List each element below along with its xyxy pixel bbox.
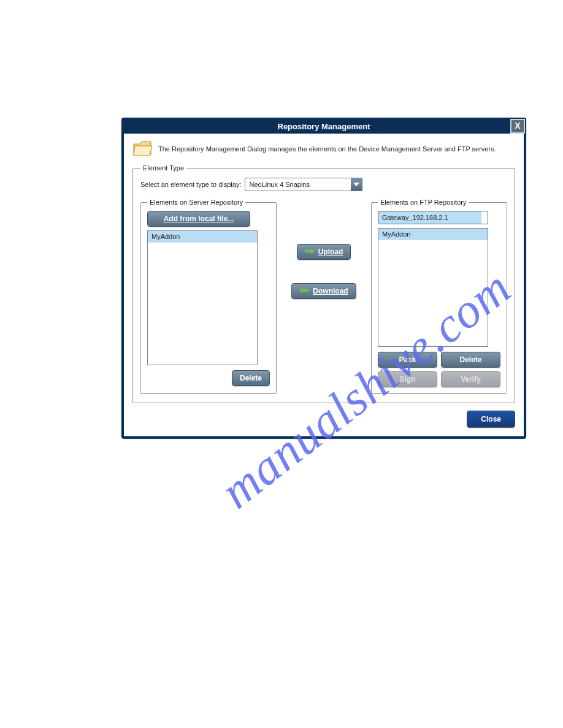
arrow-left-icon	[299, 287, 309, 295]
sign-button: Sign	[378, 371, 437, 387]
ftp-delete-label: Delete	[459, 355, 481, 364]
ftp-delete-button[interactable]: Delete	[441, 352, 500, 368]
arrow-right-icon	[305, 248, 315, 256]
intro-row: The Repository Management Dialog manages…	[132, 140, 515, 158]
ftp-repo-legend: Elements on FTP Repository	[378, 199, 469, 206]
download-label: Download	[313, 287, 348, 295]
dialog-body: The Repository Management Dialog manages…	[124, 134, 524, 436]
server-delete-label: Delete	[240, 374, 262, 382]
sign-label: Sign	[400, 375, 416, 384]
server-delete-button[interactable]: Delete	[232, 370, 270, 386]
server-repo-legend: Elements on Server Repository	[147, 199, 245, 206]
element-type-dropdown[interactable]: NeoLinux 4 Snapins	[245, 178, 362, 191]
chevron-down-icon[interactable]	[481, 216, 488, 219]
pack-button[interactable]: Pack	[378, 352, 437, 368]
gateway-value: Gateway_192.168.2.1	[378, 211, 481, 224]
element-type-label: Select an element type to display:	[140, 181, 241, 188]
add-from-local-button[interactable]: Add from local file...	[147, 211, 250, 227]
upload-label: Upload	[318, 248, 343, 256]
ftp-button-grid: Pack Delete Sign Verify	[378, 352, 500, 387]
ftp-repo-group: Elements on FTP Repository Gateway_192.1…	[371, 199, 507, 394]
folder-icon	[132, 140, 153, 158]
repository-management-dialog: Repository Management X The Repository M…	[121, 118, 526, 439]
dialog-footer: Close	[132, 411, 515, 428]
pack-label: Pack	[399, 355, 416, 364]
element-type-group: Element Type Select an element type to d…	[132, 164, 515, 403]
gateway-dropdown[interactable]: Gateway_192.168.2.1	[378, 211, 488, 224]
chevron-down-icon[interactable]	[351, 178, 362, 191]
close-icon: X	[515, 121, 520, 131]
repository-columns: Elements on Server Repository Add from l…	[140, 199, 507, 394]
transfer-column: Upload Download	[277, 199, 371, 394]
close-dialog-button[interactable]: Close	[467, 411, 515, 428]
dialog-title: Repository Management	[278, 122, 370, 131]
close-dialog-label: Close	[481, 415, 501, 423]
element-type-row: Select an element type to display: NeoLi…	[140, 178, 507, 191]
dialog-titlebar: Repository Management X	[124, 120, 524, 134]
download-button[interactable]: Download	[291, 283, 356, 299]
upload-button[interactable]: Upload	[297, 244, 351, 260]
verify-label: Verify	[461, 375, 481, 384]
ftp-repo-list[interactable]: MyAddon	[378, 228, 488, 347]
list-item[interactable]: MyAddon	[378, 229, 488, 240]
close-button[interactable]: X	[510, 119, 525, 134]
intro-text: The Repository Management Dialog manages…	[158, 145, 496, 153]
server-repo-list[interactable]: MyAddon	[147, 230, 258, 365]
add-from-local-label: Add from local file...	[164, 214, 234, 223]
element-type-legend: Element Type	[140, 164, 186, 172]
verify-button: Verify	[441, 371, 500, 387]
element-type-value: NeoLinux 4 Snapins	[245, 178, 351, 191]
server-repo-group: Elements on Server Repository Add from l…	[140, 199, 277, 394]
list-item[interactable]: MyAddon	[148, 231, 257, 243]
